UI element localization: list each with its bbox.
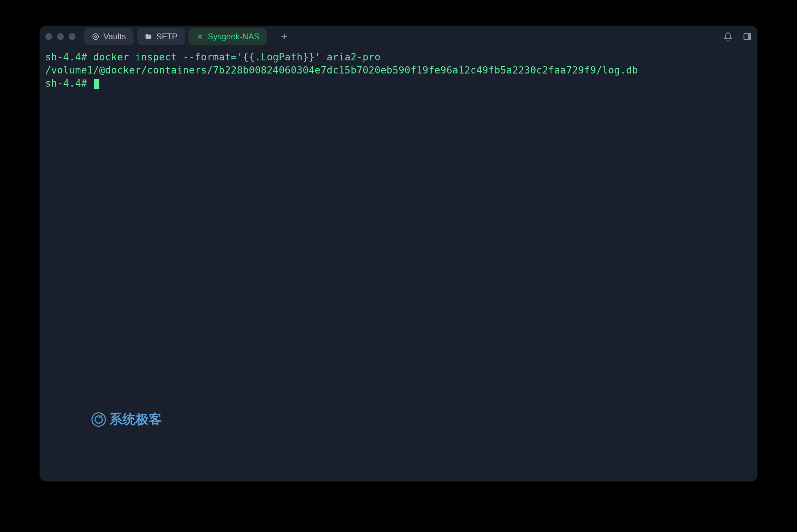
- close-icon[interactable]: [196, 33, 204, 40]
- shell-prompt: sh-4.4#: [45, 78, 87, 89]
- watermark-logo-icon: [91, 412, 106, 427]
- tabs-container: Vaults SFTP Sysgeek-NAS: [84, 28, 291, 45]
- svg-rect-3: [748, 33, 751, 39]
- tab-label: SFTP: [156, 32, 177, 41]
- svg-point-1: [95, 36, 97, 38]
- terminal-window: Vaults SFTP Sysgeek-NAS: [40, 26, 757, 481]
- terminal-content[interactable]: sh-4.4# docker inspect --format='{{.LogP…: [40, 47, 757, 93]
- cursor: [94, 79, 99, 89]
- close-window-button[interactable]: [45, 33, 52, 40]
- terminal-line: sh-4.4#: [45, 77, 752, 90]
- titlebar-right: [724, 32, 752, 41]
- terminal-output: /volume1/@docker/containers/7b228b008240…: [45, 64, 752, 77]
- shell-command: docker inspect --format='{{.LogPath}}' a…: [93, 51, 381, 63]
- tab-sftp[interactable]: SFTP: [137, 28, 185, 45]
- watermark-text: 系统极客: [109, 411, 162, 428]
- titlebar: Vaults SFTP Sysgeek-NAS: [40, 26, 757, 47]
- terminal-line: sh-4.4# docker inspect --format='{{.LogP…: [45, 51, 752, 64]
- watermark: 系统极客: [91, 411, 162, 428]
- tab-vaults[interactable]: Vaults: [84, 28, 134, 45]
- tab-label: Vaults: [104, 32, 126, 41]
- notifications-icon[interactable]: [724, 32, 732, 41]
- folder-icon: [145, 33, 152, 40]
- tab-sysgeek-nas[interactable]: Sysgeek-NAS: [188, 28, 267, 45]
- tab-label: Sysgeek-NAS: [208, 32, 259, 41]
- minimize-window-button[interactable]: [57, 33, 64, 40]
- maximize-window-button[interactable]: [69, 33, 76, 40]
- traffic-lights: [45, 33, 76, 40]
- shell-prompt: sh-4.4#: [45, 51, 87, 63]
- panel-toggle-icon[interactable]: [743, 32, 752, 41]
- vault-icon: [92, 33, 99, 40]
- svg-point-0: [93, 34, 99, 40]
- new-tab-button[interactable]: [277, 30, 291, 43]
